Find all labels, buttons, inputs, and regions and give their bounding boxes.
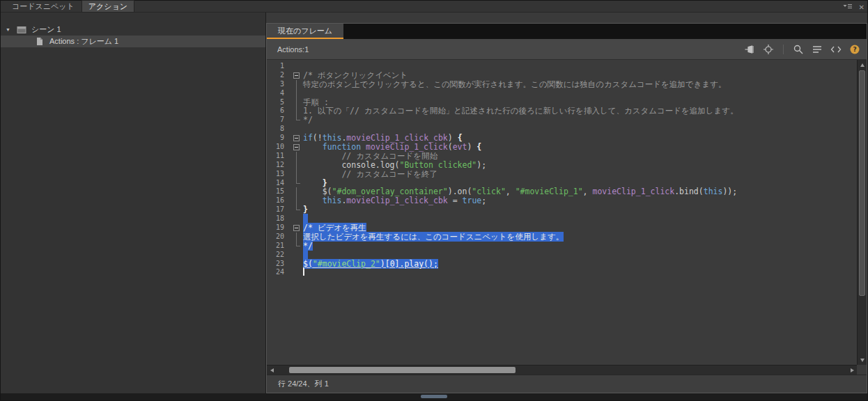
code-lines: 12/* ボタンクリックイベント3特定のボタン上でクリックすると、この関数が実行… <box>271 62 857 277</box>
line-number: 15 <box>271 187 290 196</box>
line-number: 4 <box>271 89 290 98</box>
line-number: 19 <box>271 223 290 233</box>
actions-editor-panel: 現在のフレーム Actions:1 <box>266 13 867 393</box>
tab-current-frame[interactable]: 現在のフレーム <box>267 24 343 39</box>
horizontal-scroll-track[interactable] <box>277 365 847 375</box>
line-number: 2 <box>271 71 290 80</box>
line-number: 6 <box>271 107 290 116</box>
tree-item-actions-frame[interactable]: Actions : フレーム 1 <box>1 36 265 47</box>
tab-code-snippets[interactable]: コードスニペット <box>5 0 82 12</box>
code-line[interactable]: 61. 以下の「// カスタムコードを開始」と記述された行の後ろに新しい行を挿入… <box>271 107 857 116</box>
fold-gutter <box>290 107 303 116</box>
scene-label: シーン 1 <box>31 24 61 35</box>
fold-gutter <box>290 89 303 98</box>
fold-gutter <box>290 98 303 107</box>
line-number: 24 <box>271 268 290 277</box>
fold-toggle-icon[interactable] <box>290 143 303 152</box>
line-number: 20 <box>271 233 290 242</box>
scroll-down-arrow[interactable] <box>858 355 867 365</box>
fold-toggle-icon[interactable] <box>290 134 303 143</box>
line-number: 18 <box>271 214 290 223</box>
fold-gutter <box>290 233 303 242</box>
format-icon[interactable] <box>812 44 823 55</box>
code-editor[interactable]: 12/* ボタンクリックイベント3特定のボタン上でクリックすると、この関数が実行… <box>267 60 867 375</box>
fold-gutter <box>290 196 303 205</box>
fold-gutter <box>290 214 303 223</box>
line-number: 11 <box>271 152 290 161</box>
pin-icon[interactable] <box>744 44 755 55</box>
panel-tabbar: コードスニペット アクション ✕ <box>1 1 867 13</box>
editor-toolbar: ? <box>744 44 860 55</box>
vertical-scrollbar[interactable] <box>857 60 867 365</box>
line-number: 23 <box>271 260 290 269</box>
code-line[interactable]: 4 <box>271 89 857 98</box>
tab-actions[interactable]: アクション <box>82 0 134 12</box>
line-number: 5 <box>271 98 290 107</box>
expander-icon[interactable]: ▼ <box>6 27 12 32</box>
toolbar-divider <box>783 45 784 54</box>
fold-gutter <box>290 62 303 71</box>
app-bottom-strip <box>1 393 867 400</box>
line-number: 21 <box>271 242 290 251</box>
fold-gutter <box>290 152 303 161</box>
frame-tabbar: 現在のフレーム <box>267 24 867 39</box>
code-line[interactable]: 21*/ <box>271 242 857 251</box>
fold-gutter <box>290 251 303 260</box>
text-cursor <box>303 268 304 276</box>
fold-gutter <box>290 161 303 170</box>
scene-icon <box>16 24 27 36</box>
mini-scrollbar-thumb[interactable] <box>421 395 447 398</box>
script-navigator-panel: ▼ シーン 1 Actions : フレーム 1 <box>1 13 266 393</box>
close-icon[interactable]: ✕ <box>859 3 865 12</box>
fold-toggle-icon[interactable] <box>290 223 303 233</box>
fold-gutter <box>290 268 303 277</box>
line-number: 3 <box>271 80 290 89</box>
code-line[interactable]: 20選択したビデオを再生するには、このコードスニペットを使用します。 <box>271 233 857 242</box>
script-document-icon <box>34 36 45 47</box>
cursor-position-status: 行 24/24、列 1 <box>278 379 329 389</box>
svg-text:?: ? <box>853 46 856 53</box>
actions-target-label: Actions:1 <box>277 45 309 54</box>
target-icon[interactable] <box>763 44 774 55</box>
scroll-left-arrow[interactable] <box>267 365 277 375</box>
code-line[interactable]: 3特定のボタン上でクリックすると、この関数が実行されます。この関数には独自のカス… <box>271 80 857 89</box>
help-icon[interactable]: ? <box>849 44 860 55</box>
code-line[interactable]: 24 <box>271 268 857 277</box>
line-number: 8 <box>271 125 290 134</box>
code-line[interactable]: 23$("#movieClip_2")[0].play(); <box>271 260 857 269</box>
line-number: 1 <box>271 62 290 71</box>
code-line[interactable]: 13 // カスタムコードを終了 <box>271 170 857 179</box>
actions-panel-window: コードスニペット アクション ✕ ▼ シーン 1 Actions : フレ <box>0 0 868 401</box>
fold-gutter <box>290 125 303 134</box>
editor-statusbar: 行 24/24、列 1 <box>267 375 867 393</box>
code-area[interactable]: 12/* ボタンクリックイベント3特定のボタン上でクリックすると、この関数が実行… <box>267 60 857 365</box>
fold-gutter <box>290 179 303 188</box>
fold-gutter <box>290 170 303 179</box>
panel-spacer <box>266 13 867 23</box>
fold-gutter <box>290 205 303 214</box>
scroll-up-arrow[interactable] <box>858 60 867 70</box>
code-line[interactable]: 7*/ <box>271 116 857 125</box>
line-number: 9 <box>271 134 290 143</box>
panel-menu-icon[interactable] <box>843 2 854 13</box>
line-number: 17 <box>271 205 290 214</box>
vertical-scroll-thumb[interactable] <box>859 70 865 296</box>
frame-label: Actions : フレーム 1 <box>49 36 118 47</box>
line-number: 13 <box>271 170 290 179</box>
code-line[interactable]: 17} <box>271 205 857 214</box>
line-number: 22 <box>271 251 290 260</box>
scroll-right-arrow[interactable] <box>847 365 857 375</box>
line-number: 7 <box>271 116 290 125</box>
search-icon[interactable] <box>793 44 804 55</box>
line-number: 12 <box>271 161 290 170</box>
fold-gutter <box>290 116 303 125</box>
horizontal-scrollbar[interactable] <box>267 365 857 375</box>
fold-gutter <box>290 260 303 269</box>
horizontal-scroll-thumb[interactable] <box>289 367 516 373</box>
fold-toggle-icon[interactable] <box>290 71 303 80</box>
tree-item-scene[interactable]: ▼ シーン 1 <box>1 24 265 36</box>
code-brackets-icon[interactable] <box>830 44 842 55</box>
code-line[interactable]: 16 this.movieClip_1_click_cbk = true; <box>271 196 857 205</box>
line-number: 16 <box>271 196 290 205</box>
fold-gutter <box>290 80 303 89</box>
